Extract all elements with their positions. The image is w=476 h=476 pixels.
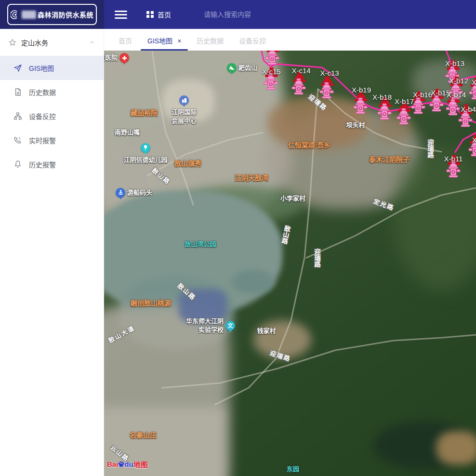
poi-label: 江阴信德幼儿园 xyxy=(123,156,167,164)
poi-label: 耙齿山 xyxy=(238,64,257,72)
send-icon xyxy=(13,64,22,72)
poi-pin-tail xyxy=(228,330,232,334)
road-label: 敔山路 xyxy=(150,165,173,186)
sidebar: 定山水务 GIS地图 历史数据 设备反控 实时报警 xyxy=(0,29,104,476)
sidebar-item-label: GIS地图 xyxy=(29,63,54,73)
sidebar-group-dingshan[interactable]: 定山水务 xyxy=(0,29,104,56)
app-title: 森林消防供水系统 xyxy=(38,10,93,19)
map-objects-layer: X-c15X-c14X-c13X-b19X-b18X-b17X-b16X-b15… xyxy=(104,51,476,476)
hydrant-marker-X-c14[interactable] xyxy=(291,79,306,95)
sidebar-item-gis-map[interactable]: GIS地图 xyxy=(0,56,104,80)
place-label: 钱家村 xyxy=(257,326,276,335)
tab-history-data[interactable]: 历史数据 xyxy=(189,29,231,51)
place-label: 仁恒棠颂·吾乡 xyxy=(288,140,331,149)
hydrant-label: X-b14 xyxy=(447,91,466,99)
poi-pin-tail xyxy=(230,72,234,77)
hydrant-marker-X-c13[interactable] xyxy=(319,82,334,99)
poi-pin-tail xyxy=(119,197,122,201)
redacted-logo-prefix xyxy=(22,11,36,19)
logo-icon xyxy=(11,9,20,21)
poi-pin-building-icon[interactable] xyxy=(179,95,189,105)
place-label: 藏品裕院 xyxy=(131,107,158,117)
sidebar-item-label: 实时报警 xyxy=(29,135,56,145)
place-label: 东园 xyxy=(287,464,299,473)
baidu-maps-logo: Baidu地图 xyxy=(107,459,148,469)
road-label: 迎瑞路 xyxy=(269,348,292,363)
app-header: 森林消防供水系统 首页 xyxy=(0,0,476,29)
search-input[interactable] xyxy=(204,11,286,18)
baidu-logo-suffix: 地图 xyxy=(133,459,148,469)
sidebar-item-realtime-alarm[interactable]: 实时报警 xyxy=(0,128,104,152)
place-label: 江阴天敔湾 xyxy=(235,172,268,182)
gis-map[interactable]: X-c15X-c14X-c13X-b19X-b18X-b17X-b16X-b15… xyxy=(104,51,476,476)
baidu-logo-text: du xyxy=(124,460,133,468)
poi-label: 游船码头 xyxy=(127,188,152,197)
phone-icon xyxy=(13,136,22,145)
hydrant-label: X-b18 xyxy=(372,93,392,101)
home-shortcut[interactable]: 首页 xyxy=(146,10,171,19)
tab-label: 设备反控 xyxy=(239,37,266,45)
sidebar-item-label: 历史报警 xyxy=(29,159,56,169)
hydrant-label: X-b11 xyxy=(444,155,463,163)
place-label: 小李家村 xyxy=(280,193,305,202)
hydrant-marker-X-b17[interactable] xyxy=(397,108,411,125)
hydrant-label: X-b4 xyxy=(461,105,476,113)
app-logo: 森林消防供水系统 xyxy=(7,4,97,25)
menu-toggle-icon[interactable] xyxy=(115,9,127,21)
chevron-up-icon[interactable] xyxy=(89,40,95,45)
logo-panel: 森林消防供水系统 xyxy=(0,0,104,29)
sidebar-item-label: 设备反控 xyxy=(29,111,56,121)
tab-label: 历史数据 xyxy=(197,37,224,45)
road-label: 敔山路 xyxy=(279,225,292,245)
sidebar-group-label: 定山水务 xyxy=(21,38,48,47)
poi-pin-wen-icon[interactable]: 文 xyxy=(225,321,235,331)
poi-pin-tail xyxy=(122,62,126,66)
poi-label: 江阴国际会展中心 xyxy=(172,108,197,125)
hydrant-label: X xyxy=(472,136,476,144)
hydrant-marker-X-b19[interactable] xyxy=(353,98,368,114)
tab-home[interactable]: 首页 xyxy=(111,29,140,51)
tab-bar: 首页 GIS地图× 历史数据 设备反控 xyxy=(104,29,476,51)
road-label: 敔山大道 xyxy=(106,323,136,345)
sidebar-item-history-data[interactable]: 历史数据 xyxy=(0,80,104,104)
poi-label: 林康复医院 xyxy=(104,53,118,62)
hydrant-marker-X-b11[interactable] xyxy=(446,161,461,178)
sidebar-item-label: 历史数据 xyxy=(29,87,56,97)
hydrant-label: X xyxy=(472,78,476,86)
hydrant-marker-X-c15[interactable] xyxy=(264,74,278,90)
hydrant-label: X-c13 xyxy=(320,69,339,77)
poi-pin-balloon-icon[interactable] xyxy=(141,143,150,153)
star-icon xyxy=(9,39,16,46)
poi-pin-anchor-icon[interactable] xyxy=(116,188,125,198)
home-shortcut-label: 首页 xyxy=(158,10,171,19)
poi-pin-cross-icon[interactable] xyxy=(119,53,129,63)
hydrant-label: X-c14 xyxy=(291,66,310,75)
poi-pin-mountain-icon[interactable] xyxy=(227,63,237,73)
grid-icon xyxy=(146,11,154,18)
tab-device-control[interactable]: 设备反控 xyxy=(231,29,274,51)
close-tab-icon[interactable]: × xyxy=(177,37,181,45)
document-icon xyxy=(13,88,22,96)
road-label: 迎瑞路 xyxy=(426,139,435,158)
road-label: 敔山路 xyxy=(176,281,198,302)
place-label: 泰禾江阴院子 xyxy=(369,154,410,164)
hydrant-marker-X-b4[interactable] xyxy=(458,111,473,127)
baidu-logo-text: Bai xyxy=(107,460,118,468)
hydrant-marker-X-b18[interactable] xyxy=(377,104,392,120)
tab-label: 首页 xyxy=(119,37,132,45)
tab-label: GIS地图 xyxy=(147,37,172,45)
place-label: 敔山湾公园 xyxy=(185,239,216,248)
place-label: 坝头村 xyxy=(346,120,365,129)
tab-gis-map[interactable]: GIS地图× xyxy=(140,29,189,51)
place-label: 名豪山庄 xyxy=(130,430,157,439)
road-label: 迎瑞路 xyxy=(313,249,322,267)
hydrant-label: X-b16 xyxy=(413,91,432,99)
sidebar-item-device-control[interactable]: 设备反控 xyxy=(0,104,104,128)
place-label: 南野山嘴 xyxy=(115,127,140,136)
hydrant-marker[interactable] xyxy=(265,51,279,65)
hydrant-label: X-b12 xyxy=(449,77,468,85)
header-main: 首页 xyxy=(104,0,476,29)
sidebar-item-history-alarm[interactable]: 历史报警 xyxy=(0,152,104,176)
hydrant-label: X-c15 xyxy=(262,67,280,76)
place-label: 融创敔山桃源 xyxy=(131,298,171,307)
